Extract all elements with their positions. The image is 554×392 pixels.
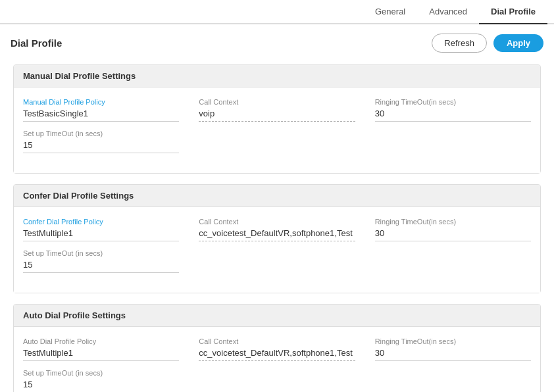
field-group-confer-1-1	[199, 249, 355, 273]
field-group-manual-1-2	[375, 130, 531, 153]
field-value-manual-0-0: TestBasicSingle1	[23, 109, 179, 122]
page-title: Dial Profile	[11, 37, 62, 49]
field-label-confer-0-1: Call Context	[199, 218, 355, 226]
field-label-manual-0-2: Ringing TimeOut(in secs)	[375, 98, 531, 106]
section-confer: Confer Dial Profile SettingsConfer Dial …	[13, 184, 541, 293]
field-group-confer-0-0: Confer Dial Profile PolicyTestMultiple1	[23, 218, 179, 241]
field-group-auto-1-0: Set up TimeOut (in secs)15	[23, 369, 179, 392]
field-group-auto-1-2	[375, 369, 531, 392]
form-row-confer-1: Set up TimeOut (in secs)15	[23, 249, 531, 273]
section-header-confer: Confer Dial Profile Settings	[14, 185, 540, 207]
refresh-button[interactable]: Refresh	[432, 34, 487, 53]
form-row-auto-0: Auto Dial Profile PolicyTestMultiple1Cal…	[23, 337, 531, 361]
apply-button[interactable]: Apply	[493, 34, 543, 52]
field-label-manual-0-0: Manual Dial Profile Policy	[23, 98, 179, 106]
field-group-auto-1-1	[199, 369, 355, 392]
field-value-confer-1-0: 15	[23, 260, 179, 273]
field-group-manual-0-2: Ringing TimeOut(in secs)30	[375, 98, 531, 122]
section-header-manual: Manual Dial Profile Settings	[14, 65, 540, 87]
field-group-manual-0-0: Manual Dial Profile PolicyTestBasicSingl…	[23, 98, 179, 122]
section-header-auto: Auto Dial Profile Settings	[14, 305, 540, 327]
field-value-auto-1-0: 15	[23, 380, 179, 392]
field-value-manual-0-2: 30	[375, 109, 531, 122]
field-value-confer-0-2: 30	[375, 228, 531, 241]
field-group-manual-1-0: Set up TimeOut (in secs)15	[23, 130, 179, 153]
field-value-auto-0-2: 30	[375, 348, 531, 361]
field-group-confer-1-0: Set up TimeOut (in secs)15	[23, 249, 179, 273]
field-label-auto-0-2: Ringing TimeOut(in secs)	[375, 337, 531, 345]
field-value-confer-0-0: TestMultiple1	[23, 228, 179, 241]
section-auto: Auto Dial Profile SettingsAuto Dial Prof…	[13, 304, 541, 392]
field-label-manual-0-1: Call Context	[199, 98, 355, 106]
field-value-auto-0-1: cc_voicetest_DefaultVR,softphone1,Test	[199, 348, 355, 361]
header-bar: Dial Profile Refresh Apply	[0, 24, 554, 59]
form-row-manual-1: Set up TimeOut (in secs)15	[23, 130, 531, 153]
field-value-auto-0-0: TestMultiple1	[23, 348, 179, 361]
tab-dial-profile[interactable]: Dial Profile	[479, 0, 547, 24]
section-body-confer: Confer Dial Profile PolicyTestMultiple1C…	[14, 207, 540, 293]
form-row-confer-0: Confer Dial Profile PolicyTestMultiple1C…	[23, 218, 531, 241]
field-group-manual-0-1: Call Contextvoip	[199, 98, 355, 122]
field-group-confer-0-1: Call Contextcc_voicetest_DefaultVR,softp…	[199, 218, 355, 241]
content-area: Manual Dial Profile SettingsManual Dial …	[0, 59, 554, 392]
field-label-confer-1-0: Set up TimeOut (in secs)	[23, 249, 179, 257]
section-body-manual: Manual Dial Profile PolicyTestBasicSingl…	[14, 87, 540, 173]
field-value-confer-0-1: cc_voicetest_DefaultVR,softphone1,Test	[199, 228, 355, 241]
field-label-confer-0-2: Ringing TimeOut(in secs)	[375, 218, 531, 226]
form-row-manual-0: Manual Dial Profile PolicyTestBasicSingl…	[23, 98, 531, 122]
tab-general[interactable]: General	[363, 0, 417, 24]
header-actions: Refresh Apply	[432, 34, 543, 53]
field-label-manual-1-0: Set up TimeOut (in secs)	[23, 130, 179, 137]
field-group-manual-1-1	[199, 130, 355, 153]
field-label-auto-0-1: Call Context	[199, 337, 355, 345]
field-value-manual-0-1: voip	[199, 109, 355, 122]
section-manual: Manual Dial Profile SettingsManual Dial …	[13, 64, 541, 174]
field-label-auto-0-0: Auto Dial Profile Policy	[23, 337, 179, 345]
field-label-confer-0-0: Confer Dial Profile Policy	[23, 218, 179, 226]
form-row-auto-1: Set up TimeOut (in secs)15	[23, 369, 531, 392]
tab-advanced[interactable]: Advanced	[417, 0, 479, 24]
field-value-manual-1-0: 15	[23, 140, 179, 153]
field-group-confer-0-2: Ringing TimeOut(in secs)30	[375, 218, 531, 241]
section-body-auto: Auto Dial Profile PolicyTestMultiple1Cal…	[14, 327, 540, 392]
field-group-auto-0-1: Call Contextcc_voicetest_DefaultVR,softp…	[199, 337, 355, 361]
field-label-auto-1-0: Set up TimeOut (in secs)	[23, 369, 179, 377]
field-group-auto-0-0: Auto Dial Profile PolicyTestMultiple1	[23, 337, 179, 361]
top-nav: General Advanced Dial Profile	[0, 0, 554, 24]
field-group-auto-0-2: Ringing TimeOut(in secs)30	[375, 337, 531, 361]
field-group-confer-1-2	[375, 249, 531, 273]
